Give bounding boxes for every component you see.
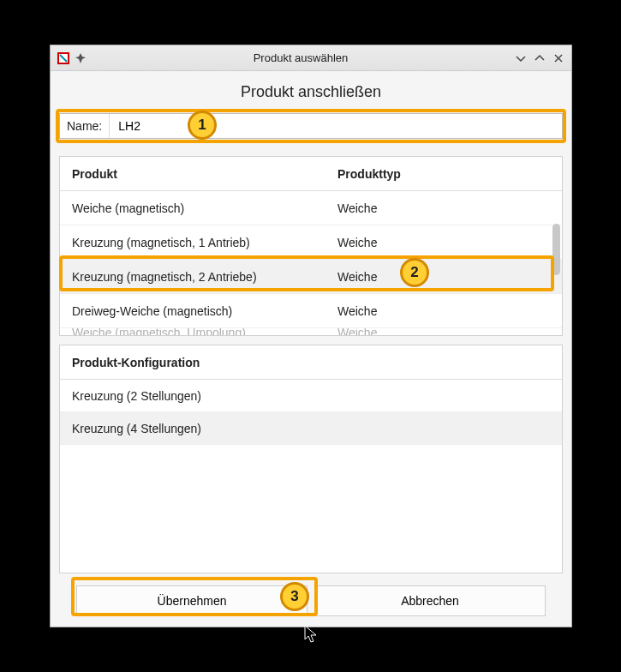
app-icon [57, 52, 69, 64]
table-row[interactable]: Kreuzung (magnetisch, 2 Antriebe) Weiche [60, 260, 562, 294]
config-panel: Produkt-Konfiguration Kreuzung (2 Stellu… [59, 345, 563, 573]
table-row[interactable]: Dreiweg-Weiche (magnetisch) Weiche [60, 294, 562, 328]
maximize-icon[interactable] [534, 52, 546, 64]
window-title: Produkt auswählen [87, 51, 515, 64]
table-header: Produkt Produkttyp [60, 157, 562, 191]
titlebar: Produkt auswählen [51, 45, 571, 71]
name-row: Name: [59, 113, 563, 139]
cell-product: Dreiweg-Weiche (magnetisch) [60, 304, 325, 318]
cell-type: Weiche [325, 236, 562, 249]
minimize-icon[interactable] [515, 52, 527, 64]
config-title: Produkt-Konfiguration [60, 356, 212, 369]
dialog-body: Produkt anschließen Name: Produkt Produk… [51, 71, 571, 627]
table-body: Weiche (magnetisch) Weiche Kreuzung (mag… [60, 191, 562, 335]
scrollbar[interactable] [552, 224, 560, 333]
config-label: Kreuzung (4 Stellungen) [60, 422, 213, 435]
dialog-window: Produkt auswählen Produkt anschließen Na… [50, 45, 572, 627]
table-row[interactable]: Kreuzung (magnetisch, 1 Antrieb) Weiche [60, 225, 562, 260]
cell-type: Weiche [325, 270, 562, 284]
page-title: Produkt anschließen [59, 83, 563, 101]
config-row[interactable]: Kreuzung (2 Stellungen) [60, 380, 562, 412]
config-label: Kreuzung (2 Stellungen) [60, 389, 213, 403]
apply-button[interactable]: Übernehmen [76, 585, 308, 616]
config-row[interactable]: Kreuzung (4 Stellungen) [60, 412, 562, 445]
cell-type: Weiche [325, 304, 562, 318]
table-row[interactable]: Weiche (magnetisch, Umpolung) Weiche [60, 328, 562, 335]
table-row[interactable]: Weiche (magnetisch) Weiche [60, 191, 562, 225]
cell-product: Kreuzung (magnetisch, 2 Antriebe) [60, 270, 325, 284]
cell-type: Weiche [325, 328, 562, 335]
config-header: Produkt-Konfiguration [60, 345, 562, 380]
name-label: Name: [60, 114, 110, 138]
cell-type: Weiche [325, 201, 562, 215]
cancel-button[interactable]: Abbrechen [314, 585, 546, 616]
close-icon[interactable] [552, 52, 564, 64]
cell-product: Kreuzung (magnetisch, 1 Antrieb) [60, 236, 325, 249]
pin-icon[interactable] [75, 52, 87, 64]
col-header-product[interactable]: Produkt [60, 167, 325, 181]
cursor-icon [304, 625, 319, 646]
cell-product: Weiche (magnetisch, Umpolung) [60, 328, 325, 335]
cell-product: Weiche (magnetisch) [60, 201, 325, 215]
col-header-type[interactable]: Produkttyp [325, 167, 562, 181]
scrollbar-thumb[interactable] [552, 224, 560, 275]
button-bar: Übernehmen Abbrechen [59, 585, 563, 616]
name-input[interactable] [110, 114, 562, 138]
product-table: Produkt Produkttyp Weiche (magnetisch) W… [59, 156, 563, 336]
